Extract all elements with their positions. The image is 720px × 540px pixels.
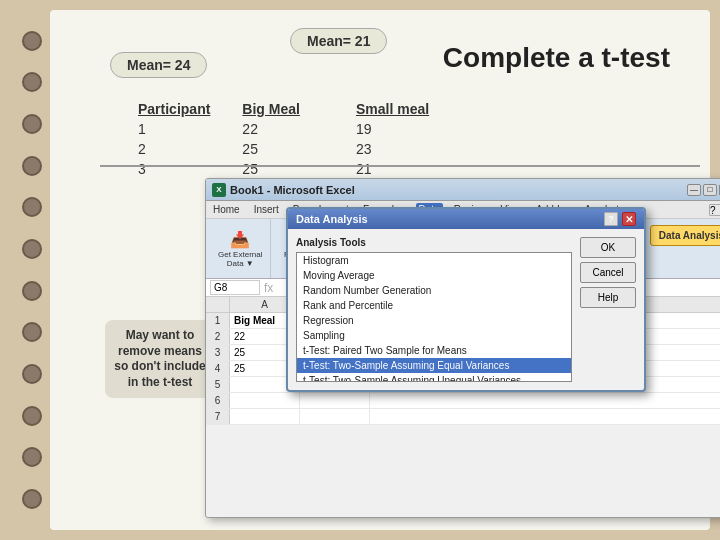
dialog-buttons: OK Cancel Help (580, 237, 636, 382)
analysis-tools-area: Analysis Tools Histogram Moving Average … (296, 237, 572, 382)
page-title: Complete a t-test (443, 42, 670, 74)
spiral-ring (22, 114, 42, 134)
table-row: 7 (206, 409, 720, 425)
dialog-titlebar: Data Analysis ? ✕ (288, 209, 644, 229)
cell-smallmeal-3: 21 (328, 160, 433, 178)
spiral-ring (22, 156, 42, 176)
dialog-title: Data Analysis (296, 213, 368, 225)
cell-smallmeal-1: 19 (328, 120, 433, 138)
mean24-bubble: Mean= 24 (110, 52, 207, 78)
spiral-ring (22, 489, 42, 509)
notebook: Mean= 24 Mean= 21 Complete a t-test Part… (0, 0, 720, 540)
dialog-list-label: Analysis Tools (296, 237, 572, 248)
list-item-rank-pct[interactable]: Rank and Percentile (297, 298, 571, 313)
row-num-2: 2 (206, 329, 230, 344)
cell-bigmeal-1: 22 (238, 120, 304, 138)
row-num-5: 5 (206, 377, 230, 392)
table-row: 1 22 19 (134, 120, 433, 138)
cell-b6[interactable] (300, 393, 370, 408)
corner-cell (206, 297, 230, 312)
spiral-ring (22, 197, 42, 217)
help-icon[interactable]: ? (709, 204, 720, 216)
help-button[interactable]: Help (580, 287, 636, 308)
excel-title: Book1 - Microsoft Excel (230, 184, 355, 196)
get-external-label: Get ExternalData ▼ (218, 250, 262, 268)
ok-button[interactable]: OK (580, 237, 636, 258)
ribbon-group-external: 📥 Get ExternalData ▼ (210, 219, 271, 278)
row-num-6: 6 (206, 393, 230, 408)
cell-b7[interactable] (300, 409, 370, 424)
row-num-4: 4 (206, 361, 230, 376)
list-item-moving-avg[interactable]: Moving Average (297, 268, 571, 283)
data-analysis-dialog: Data Analysis ? ✕ Analysis Tools Histogr… (286, 207, 646, 392)
divider (100, 165, 700, 167)
list-item-ttest-paired[interactable]: t-Test: Paired Two Sample for Means (297, 343, 571, 358)
spiral-ring (22, 281, 42, 301)
excel-titlebar: X Book1 - Microsoft Excel — □ ✕ (206, 179, 720, 201)
table-row: 2 25 23 (134, 140, 433, 158)
table-row: 6 (206, 393, 720, 409)
maximize-button[interactable]: □ (703, 184, 717, 196)
formula-separator: fx (264, 281, 273, 295)
cell-participant-2: 2 (134, 140, 214, 158)
spiral-ring (22, 72, 42, 92)
list-item-random-num[interactable]: Random Number Generation (297, 283, 571, 298)
minimize-button[interactable]: — (687, 184, 701, 196)
menu-home[interactable]: Home (210, 203, 243, 216)
list-item-histogram[interactable]: Histogram (297, 253, 571, 268)
cell-a7[interactable] (230, 409, 300, 424)
table-header-participant: Participant (134, 100, 214, 118)
excel-window[interactable]: X Book1 - Microsoft Excel — □ ✕ Home Ins… (205, 178, 720, 518)
cell-a6[interactable] (230, 393, 300, 408)
left-annotation: May want to remove means so don't includ… (105, 320, 215, 398)
table-row: 3 25 21 (134, 160, 433, 178)
dialog-body: Analysis Tools Histogram Moving Average … (288, 229, 644, 390)
spiral-binding (18, 0, 46, 540)
data-table: Participant Big Meal Small meal 1 22 19 … (110, 98, 457, 180)
mean21-bubble: Mean= 21 (290, 28, 387, 54)
spiral-ring (22, 447, 42, 467)
table-header-smallmeal: Small meal (328, 100, 433, 118)
cell-bigmeal-2: 25 (238, 140, 304, 158)
paper: Mean= 24 Mean= 21 Complete a t-test Part… (50, 10, 710, 530)
cell-participant-1: 1 (134, 120, 214, 138)
data-analysis-button[interactable]: Data Analysis (650, 225, 720, 246)
mean24-label: Mean= 24 (127, 57, 190, 73)
menu-insert[interactable]: Insert (251, 203, 282, 216)
get-external-data-button[interactable]: 📥 Get ExternalData ▼ (216, 228, 264, 270)
table-header-bigmeal: Big Meal (238, 100, 304, 118)
list-item-regression[interactable]: Regression (297, 313, 571, 328)
spiral-ring (22, 364, 42, 384)
mean21-label: Mean= 21 (307, 33, 370, 49)
list-item-ttest-equal[interactable]: t-Test: Two-Sample Assuming Equal Varian… (297, 358, 571, 373)
dialog-help-icon[interactable]: ? (604, 212, 618, 226)
window-buttons: — □ ✕ (687, 184, 720, 196)
cell-bigmeal-3: 25 (238, 160, 304, 178)
list-item-ttest-unequal[interactable]: t-Test: Two-Sample Assuming Unequal Vari… (297, 373, 571, 382)
spiral-ring (22, 322, 42, 342)
cancel-button[interactable]: Cancel (580, 262, 636, 283)
external-data-icon: 📥 (230, 230, 250, 249)
row-num-3: 3 (206, 345, 230, 360)
list-item-sampling[interactable]: Sampling (297, 328, 571, 343)
row-num-7: 7 (206, 409, 230, 424)
spiral-ring (22, 239, 42, 259)
cell-reference[interactable] (210, 280, 260, 295)
excel-icon: X (212, 183, 226, 197)
cell-smallmeal-2: 23 (328, 140, 433, 158)
analysis-tools-listbox[interactable]: Histogram Moving Average Random Number G… (296, 252, 572, 382)
spiral-ring (22, 31, 42, 51)
row-num-1: 1 (206, 313, 230, 328)
spiral-ring (22, 406, 42, 426)
cell-participant-3: 3 (134, 160, 214, 178)
dialog-close-button[interactable]: ✕ (622, 212, 636, 226)
